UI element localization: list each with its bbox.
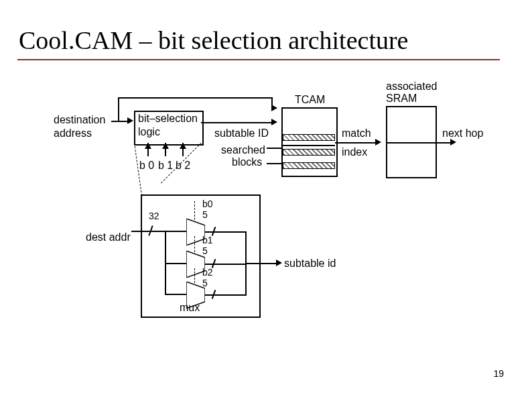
sel-b0	[194, 201, 195, 220]
label-match: match	[342, 127, 371, 139]
label-5a: 5	[202, 209, 208, 220]
wire-dest-addr	[131, 231, 165, 232]
sram-divider	[386, 142, 434, 144]
arrowhead-match-index	[375, 139, 381, 146]
arrowhead-bypass	[271, 105, 277, 111]
tcam-entry-2	[283, 149, 335, 156]
label-b1-low: b1	[202, 235, 213, 245]
label-subtable-id-low: subtable id	[284, 258, 336, 270]
label-index: index	[342, 146, 367, 158]
wire-dest-to-logic	[111, 121, 128, 122]
tap-2	[165, 263, 186, 264]
label-32: 32	[149, 211, 159, 221]
label-associated: associated	[386, 80, 438, 93]
label-blocks: blocks	[232, 156, 262, 168]
out-final	[245, 263, 277, 264]
wire-search-2	[267, 163, 281, 164]
label-searched: searched	[221, 144, 265, 156]
wire-logic-to-tcam-top	[201, 122, 271, 123]
arrowhead-dest-to-logic	[127, 117, 133, 124]
label-5b: 5	[202, 245, 208, 256]
tcam-entry-1	[283, 134, 335, 141]
label-b0: b 0	[139, 160, 154, 172]
wire-match-index	[335, 142, 375, 144]
sel-b2	[194, 268, 195, 283]
arrowhead-next-hop	[450, 139, 456, 146]
wire-bypass-horiz	[118, 97, 271, 99]
arrowhead-b2	[180, 143, 186, 149]
tap-1	[165, 231, 186, 232]
tcam-entry-3	[283, 162, 335, 169]
label-subtable-id-top: subtable ID	[214, 127, 269, 139]
arrowhead-b1	[162, 143, 169, 149]
page-number: 19	[493, 368, 504, 379]
label-5c: 5	[202, 278, 208, 288]
title-underline	[17, 59, 500, 60]
wire-next-hop	[434, 142, 452, 144]
out-1	[205, 231, 245, 233]
label-destination: destination	[54, 114, 105, 126]
arrowhead-b0	[145, 143, 151, 149]
label-logic: logic	[138, 126, 160, 138]
tap-3	[165, 294, 186, 295]
label-dest-addr: dest addr	[86, 231, 131, 243]
out-3	[205, 294, 245, 296]
label-next-hop: next hop	[442, 127, 483, 139]
label-tcam: TCAM	[295, 94, 325, 106]
sel-b1	[194, 236, 195, 252]
tcam-divider	[281, 145, 335, 146]
label-sram: SRAM	[386, 93, 417, 105]
wire-search-1	[267, 148, 281, 149]
label-b1: b 1	[158, 160, 173, 172]
arrowhead-logic-to-tcam-top	[271, 119, 277, 125]
label-b2-low: b2	[202, 267, 213, 278]
out-2	[205, 264, 245, 265]
label-mux: mux	[180, 302, 200, 314]
page-title: Cool.CAM – bit selection architecture	[19, 25, 408, 55]
label-address: address	[54, 127, 92, 139]
label-bit-selection: bit–selection	[138, 113, 198, 125]
label-b0-low: b0	[202, 198, 213, 209]
wire-bypass-vert	[118, 97, 119, 122]
arrowhead-subtable-id-low	[276, 260, 282, 266]
